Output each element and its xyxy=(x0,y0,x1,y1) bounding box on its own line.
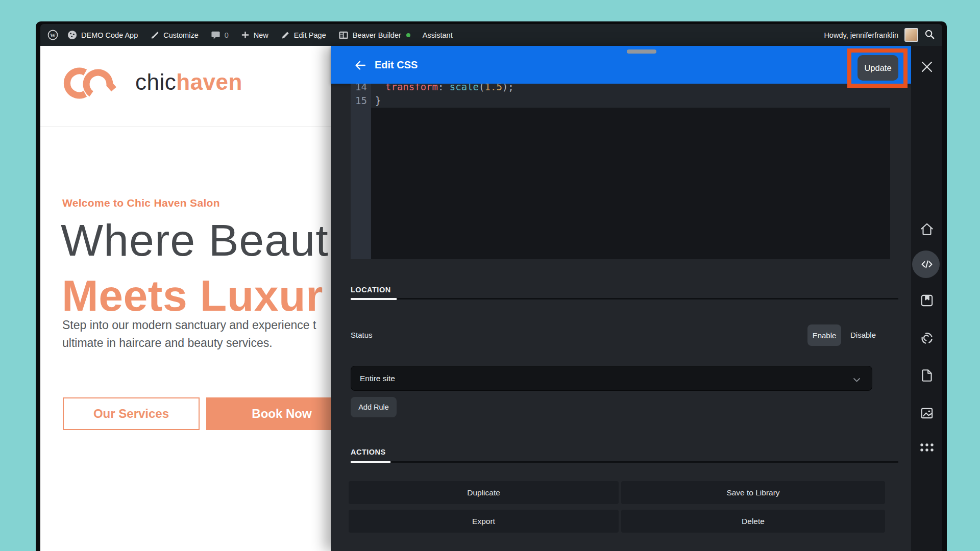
customize-menu[interactable]: Customize xyxy=(150,31,199,40)
panel-title: Edit CSS xyxy=(375,59,418,71)
add-rule-button[interactable]: Add Rule xyxy=(351,397,397,417)
site-header: chichaven xyxy=(40,46,331,127)
builder-status-dot xyxy=(406,33,410,37)
edit-page-menu[interactable]: Edit Page xyxy=(281,31,326,40)
apps-grid-icon[interactable] xyxy=(919,441,935,456)
wordpress-menu[interactable]: W xyxy=(47,30,58,40)
search-icon[interactable] xyxy=(924,29,935,41)
pencil-icon xyxy=(281,31,290,40)
site-name-label: DEMO Code App xyxy=(81,31,138,39)
location-divider xyxy=(351,298,898,299)
book-now-button[interactable]: Book Now xyxy=(206,397,331,430)
paintbrush-icon xyxy=(150,31,159,40)
site-logo[interactable]: chichaven xyxy=(135,69,242,95)
css-code-editor[interactable]: 14 transform: scale(1.5); 15 } xyxy=(351,84,890,259)
beaver-builder-label: Beaver Builder xyxy=(353,31,401,39)
logo-text-haven: haven xyxy=(176,69,242,94)
editor-gutter xyxy=(351,84,371,259)
comments-menu[interactable]: 0 xyxy=(211,30,229,40)
scope-select-value: Entire site xyxy=(360,374,395,383)
annotated-screenshot: W DEMO Code App Customize 0 New xyxy=(0,0,980,551)
logo-text-chic: chic xyxy=(135,69,176,94)
image-icon[interactable] xyxy=(919,406,935,423)
actions-divider xyxy=(351,461,898,463)
save-to-library-button[interactable]: Save to Library xyxy=(621,481,885,504)
edit-page-label: Edit Page xyxy=(294,31,326,39)
location-section-heading: LOCATION xyxy=(351,286,391,294)
actions-active-underline xyxy=(351,461,390,463)
enable-button[interactable]: Enable xyxy=(807,324,841,346)
disable-button[interactable]: Disable xyxy=(850,331,876,339)
beaver-builder-menu[interactable]: Beaver Builder xyxy=(338,31,410,40)
customize-label: Customize xyxy=(163,31,199,39)
new-label: New xyxy=(254,31,268,39)
actions-section-heading: ACTIONS xyxy=(351,448,386,456)
code-line-15: 15 } xyxy=(351,94,890,108)
hero-eyebrow: Welcome to Chic Haven Salon xyxy=(62,197,220,209)
wp-admin-bar: W DEMO Code App Customize 0 New xyxy=(40,24,942,46)
hero-paragraph: Step into our modern sanctuary and exper… xyxy=(62,316,331,352)
assistant-label: Assistant xyxy=(423,31,453,39)
scope-select[interactable]: Entire site xyxy=(351,366,872,391)
edit-css-panel: Edit CSS Update 14 transform: scale(1.5)… xyxy=(331,46,911,551)
builder-grid-icon xyxy=(338,31,349,40)
drag-handle[interactable] xyxy=(627,49,656,54)
wordpress-logo-icon: W xyxy=(47,30,58,40)
export-button[interactable]: Export xyxy=(349,510,619,533)
link-icon[interactable] xyxy=(919,331,935,348)
site-preview: chichaven Welcome to Chic Haven Salon Wh… xyxy=(40,46,331,551)
comment-bubble-icon xyxy=(211,30,220,40)
file-icon[interactable] xyxy=(919,368,935,385)
close-icon[interactable] xyxy=(920,60,934,76)
avatar xyxy=(904,28,918,42)
chevron-down-icon xyxy=(853,375,861,385)
svg-text:W: W xyxy=(50,32,56,38)
status-label: Status xyxy=(351,331,373,339)
duplicate-button[interactable]: Duplicate xyxy=(349,481,619,504)
update-button[interactable]: Update xyxy=(857,55,898,81)
hero-heading-line1: Where Beaut xyxy=(61,214,329,266)
back-arrow-icon[interactable] xyxy=(353,58,368,72)
panel-header: Edit CSS Update xyxy=(331,46,911,84)
line-number-15: 15 xyxy=(351,94,367,108)
comments-count: 0 xyxy=(225,31,229,39)
plus-icon xyxy=(241,31,250,39)
hero-paragraph-line2: ultimate in haircare and beauty services… xyxy=(62,334,331,352)
code-line-14: 14 transform: scale(1.5); xyxy=(351,84,890,94)
hero-paragraph-line1: Step into our modern sanctuary and exper… xyxy=(62,316,331,334)
location-active-underline xyxy=(351,298,397,300)
tool-sidebar xyxy=(911,46,942,551)
site-menu[interactable]: DEMO Code App xyxy=(67,30,138,40)
our-services-button[interactable]: Our Services xyxy=(63,397,200,430)
assistant-menu[interactable]: Assistant xyxy=(423,31,453,39)
line-number-14: 14 xyxy=(351,84,367,93)
code-icon[interactable] xyxy=(920,257,934,273)
chichaven-logo-icon xyxy=(61,64,123,103)
library-bookmark-icon[interactable] xyxy=(919,293,935,310)
code-app-icon xyxy=(67,30,77,40)
howdy-account-link[interactable]: Howdy, jenniferfranklin xyxy=(824,31,898,39)
hero-heading-line2: Meets Luxur xyxy=(62,270,323,321)
delete-button[interactable]: Delete xyxy=(621,510,885,533)
new-menu[interactable]: New xyxy=(241,31,268,39)
home-icon[interactable] xyxy=(919,221,935,239)
